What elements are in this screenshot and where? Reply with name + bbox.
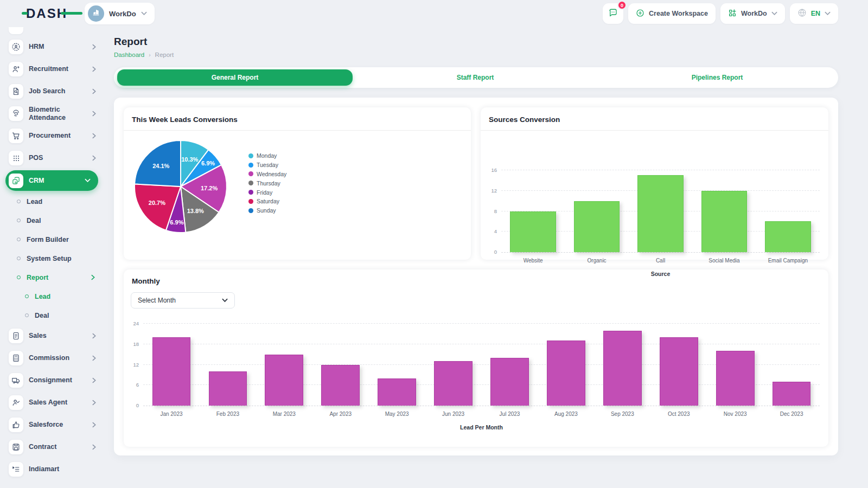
bar-may-2023 [378,378,416,406]
messages-button[interactable]: 0 [603,3,623,24]
sidebar-subitem-system-setup[interactable]: System Setup [0,249,106,268]
sidebar-item-sales-agent[interactable]: Sales Agent [0,391,106,414]
bullet-icon [17,237,21,241]
bar-jun-2023 [434,361,473,406]
y-tick-label: 8 [482,208,497,214]
chevron-right-icon [92,444,96,450]
sidebar-nav: HRMRecruitmentJob SearchBiometric Attend… [0,27,106,480]
x-category-label: Website [501,258,565,264]
sales-icon [9,329,23,343]
sidebar-item-label: Procurement [29,132,71,140]
sidebar-item-pos[interactable]: POS [0,147,106,169]
workspace-switcher[interactable]: WorkDo [85,3,155,24]
chevron-down-icon [85,178,91,183]
sidebar-item-label: Recruitment [29,65,68,73]
chevron-right-icon [92,44,96,50]
biometric-attendance-icon [9,106,23,121]
tab-pipelines-report[interactable]: Pipelines Report [596,67,838,88]
legend-item-saturday: Saturday [248,197,286,206]
x-category-label: May 2023 [369,411,425,417]
x-category-label: Jun 2023 [425,411,482,417]
x-axis-labels: WebsiteOrganicCallSocial MediaEmail Camp… [501,258,820,264]
bullet-icon [17,256,21,260]
chevron-right-icon [92,155,96,161]
bullet-icon [17,275,21,279]
sidebar-item-consignment[interactable]: Consignment [0,369,106,391]
sidebar-item-biometric-attendance[interactable]: Biometric Attendance [0,102,106,125]
x-category-label: Sep 2023 [594,411,650,417]
x-category-label: Call [629,258,692,264]
tab-staff-report[interactable]: Staff Report [354,67,596,88]
bar-slot [565,170,628,252]
procurement-icon [9,129,23,143]
sidebar-item-procurement[interactable]: Procurement [0,125,106,147]
language-label: EN [811,10,820,17]
sidebar-subitem-lead[interactable]: Lead [0,287,106,306]
page-title: Report [114,36,838,48]
chevron-right-icon [92,333,96,339]
pie-value-label: 24.1% [152,163,169,169]
monthly-bar-chart: 06121824 [143,324,820,406]
x-category-label: Aug 2023 [538,411,594,417]
sidebar-item-hrm[interactable]: HRM [0,36,106,58]
sidebar-subitem-label: Form Builder [27,236,69,243]
app-menu-label: WorkDo [741,10,767,17]
language-selector[interactable]: EN [790,3,838,24]
app-menu-button[interactable]: WorkDo [720,3,785,24]
sidebar-item-label: Indiamart [29,465,59,473]
app-logo[interactable]: DASH [26,6,67,21]
bar-apr-2023 [321,365,360,406]
y-tick-label: 6 [124,382,139,388]
chevron-right-icon [92,400,96,406]
sidebar-item-recruitment[interactable]: Recruitment [0,58,106,80]
sidebar-item-crm[interactable]: CRM [5,170,98,191]
logo-accent-left [22,12,28,15]
card-title: This Week Leads Conversions [132,115,238,124]
sidebar-subitem-label: Deal [27,217,41,224]
month-select-dropdown[interactable]: Select Month [131,292,235,309]
pie-value-label: 10.3% [181,156,198,163]
create-workspace-button[interactable]: Create Workspace [628,3,716,24]
globe-icon [797,8,807,19]
logo-accent-right [61,12,82,15]
sidebar-subitem-lead[interactable]: Lead [0,192,106,211]
tab-general-report[interactable]: General Report [117,69,353,86]
bar-jan-2023 [152,337,191,406]
sidebar-item-job-search[interactable]: Job Search [0,80,106,102]
chevron-down-icon [141,11,147,16]
bar-slot [594,324,650,406]
x-axis-labels: Jan 2023Feb 2023Mar 2023Apr 2023May 2023… [143,411,820,417]
chevron-right-icon [91,274,95,280]
x-category-label: Apr 2023 [312,411,369,417]
sidebar-subitem-deal[interactable]: Deal [0,211,106,230]
report-tabs: General ReportStaff ReportPipelines Repo… [114,67,838,88]
legend-dot [248,208,253,213]
x-axis-title: Lead Per Month [143,424,820,431]
breadcrumb-dashboard-link[interactable]: Dashboard [114,52,144,58]
pie-value-label: 13.8% [187,208,204,214]
consignment-icon [9,373,23,388]
x-category-label: Oct 2023 [650,411,707,417]
chevron-right-icon [92,422,96,428]
sidebar-item-commission[interactable]: Commission [0,347,106,369]
card-header: Sources Conversion [481,107,828,131]
bar-slot [763,324,820,406]
x-axis-title: Source [501,271,820,277]
chat-bubble-icon [608,8,618,20]
sidebar-partial-item [9,27,23,34]
y-tick-label: 12 [482,188,497,194]
sidebar-item-salesforce[interactable]: Salesforce [0,414,106,436]
bar-aug-2023 [547,341,585,406]
sidebar-subitem-form-builder[interactable]: Form Builder [0,230,106,249]
x-category-label: Feb 2023 [200,411,256,417]
sidebar-item-contract[interactable]: Contract [0,436,106,458]
job-search-icon [9,84,23,99]
x-category-label: Organic [565,258,628,264]
sidebar-item-sales[interactable]: Sales [0,325,106,347]
x-category-label: Jul 2023 [482,411,538,417]
sidebar-item-indiamart[interactable]: Indiamart [0,458,106,480]
bar-slot [482,324,538,406]
hrm-icon [9,40,23,54]
sidebar-subitem-report[interactable]: Report [0,268,106,287]
sidebar-subitem-deal[interactable]: Deal [0,306,106,325]
